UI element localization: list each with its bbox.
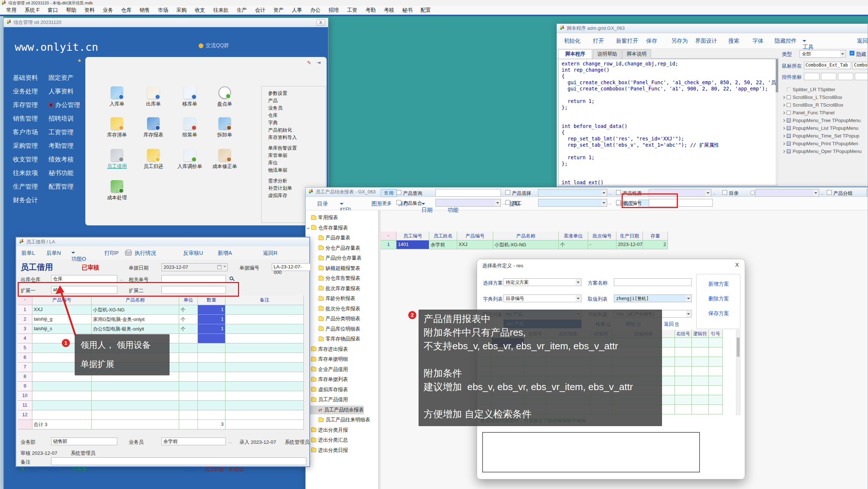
tree-item[interactable]: 进出分类汇总 [307,436,348,445]
grid-row[interactable] [480,386,723,395]
condition-textarea[interactable] [482,432,700,472]
filter-checkbox[interactable] [616,200,621,205]
ext1-field[interactable]: abc [51,286,117,294]
link-item[interactable]: 物流单据 [268,167,287,174]
menu-item[interactable]: 收支 [191,7,209,14]
app-icon-item[interactable]: 入库单 [99,86,135,107]
quick-filter-button[interactable]: 常用 [381,189,397,197]
menu-item[interactable]: 销售 [135,7,154,14]
tree-item[interactable]: 常用报表 [307,213,338,222]
sidebar-item[interactable]: 往来款项 [13,169,38,177]
tree-item[interactable]: 员工产品借用 [307,395,348,404]
sidebar-item[interactable]: 配置管理 [49,182,74,191]
bottom-link[interactable]: 未完成 [229,466,244,473]
tab-脚本说明[interactable]: 脚本说明 [622,49,651,58]
app-icon-item[interactable]: 移库单 [172,86,207,107]
tree-item[interactable]: PopupMenu_List TPopupMenu [780,124,868,132]
toolbar-button[interactable]: 新增A [218,250,232,257]
app-icon-item[interactable]: 组装单 [172,117,207,138]
filter-checkbox[interactable] [396,190,401,195]
toolbar-button[interactable]: 后单N [46,250,61,257]
app-icon-item[interactable]: 员工借用 [99,149,135,170]
tree-item[interactable]: 员工产品往来明细表 [307,415,370,424]
link-item[interactable]: 单库告警设置 [268,145,297,151]
tree-item[interactable]: 虚拟库存报表 [307,385,348,394]
sidebar-item[interactable]: 人事资料 [49,87,74,96]
toolbar-button[interactable]: 新窗打开 [616,38,638,44]
dialog-link[interactable]: 检索 O [595,321,611,328]
filter-combo[interactable] [755,189,819,197]
toolbar-button[interactable]: 打印P [104,250,119,257]
toolbar-button[interactable]: 隐藏控件 [775,38,797,44]
tree-item[interactable]: 缺额超额报警表 [307,264,360,273]
grid-row[interactable] [480,367,723,376]
app-icon-item[interactable]: 盘点单 [207,86,242,107]
menu-item[interactable]: 办公 [306,7,324,14]
toolbar-button[interactable]: 图形 [371,200,383,207]
mouse-at-field[interactable]: ComboBox_Ext_Tab [804,62,851,69]
close-icon[interactable]: X [735,261,739,268]
tree-item[interactable]: 库存单据明细 [307,355,348,364]
tree-item[interactable]: Splitter_LR TSplitter [780,86,868,93]
sidebar-item[interactable]: 业务处理 [13,87,38,96]
date-field[interactable]: 2023-12-07 [161,263,228,271]
hide-checkbox[interactable] [850,51,854,56]
field-list-combo[interactable]: res_id[产品编号] [614,310,692,318]
main-window-titlebar[interactable]: 综合管理 oit 20231120 X [4,18,328,27]
code-editor[interactable]: extern change_row_id,change_obj,rep_id; … [558,59,778,185]
table-row[interactable]: 2taishiji_g家用G型电脑-金奥-onlyit个1 [18,315,304,324]
dict-combo[interactable]: 目录编号 [504,295,581,302]
related-no-field[interactable] [161,275,226,283]
sidebar-item[interactable]: 库存管理 [13,101,38,109]
more-filters-link[interactable]: 更多 [382,200,392,208]
table-row[interactable]: 7 [18,363,304,372]
scrollbar-thumb[interactable] [776,59,778,92]
link-item[interactable]: 产品初始化 [268,127,292,133]
tree-item[interactable]: 产品库位明细表 [307,325,360,333]
table-row[interactable]: 8 [18,372,304,382]
borrow-window-titlebar[interactable]: 员工借用 / LA [16,238,309,247]
bottom-link[interactable]: 业务量 [72,466,87,473]
link-item[interactable]: 产品 [268,97,278,104]
filter-combo[interactable] [649,189,711,197]
toolbar-button[interactable]: 保存 [646,38,657,44]
tree-item[interactable]: 企业产品借用 [307,365,348,374]
coord-field[interactable] [804,73,819,80]
toolbar-button[interactable]: 界面设计 [695,38,717,44]
menu-item[interactable]: 生产 [232,7,251,14]
menu-item[interactable]: 系统 F [21,7,43,14]
filter-checkbox[interactable] [505,200,510,205]
menu-item[interactable]: 人事 [288,7,306,14]
tree-item[interactable]: 产品|分仓存量表 [307,254,362,263]
sidebar-item[interactable]: 工资管理 [49,128,74,136]
table-row[interactable]: 9 [18,382,304,391]
link-item[interactable]: 库位 [268,160,278,166]
menu-item[interactable]: 业务 [99,7,117,14]
plan-button[interactable]: 新增方案 [697,281,741,288]
toolbar-button[interactable]: 另存为 [671,38,688,44]
tree-item[interactable]: 批次库存量报表 [307,284,360,293]
salesman-field[interactable]: 余学前 [161,438,226,445]
grid-row[interactable] [480,405,723,414]
link-item[interactable]: 业务员 [268,105,282,111]
toolbar-button[interactable]: 日期 [421,200,433,214]
tree-item[interactable]: ScrollBox_L TScrollBox [780,93,868,101]
dialog-link[interactable]: 帮助 H [626,321,641,328]
grid-row[interactable] [480,395,723,405]
tree-item[interactable]: 库龄分析报表 [307,294,355,303]
tree-item[interactable]: ⇄员工产品结余报表 [307,406,364,414]
grid-row[interactable] [480,338,723,347]
toolbar-button[interactable]: 字体 [753,38,764,44]
lookup-dots[interactable]: .. [609,190,612,196]
tree-item[interactable]: 库存进出报表 [307,345,348,354]
coord-field[interactable] [855,73,868,80]
toolbar-button[interactable]: 前单L [21,250,35,257]
app-icon-item[interactable]: 入库调价单 [172,149,207,170]
tree-item[interactable]: PopupMenu_Print TPopupMen [780,140,868,147]
qq-group-link[interactable]: 交流QQ群 [199,42,229,49]
sidebar-item[interactable]: 销售管理 [13,114,38,123]
menu-item[interactable]: 采购 [172,7,191,14]
back-button[interactable]: 返回 [857,38,868,44]
sidebar-item[interactable]: 秘书功能 [49,169,74,177]
toolbar-button[interactable]: 反审核U [183,250,203,257]
